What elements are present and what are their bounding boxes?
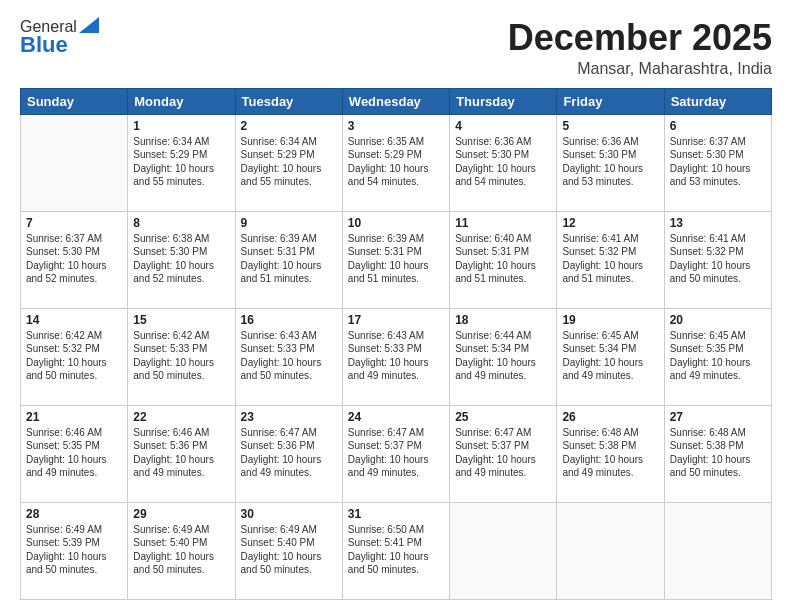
day-info: Sunrise: 6:39 AM Sunset: 5:31 PM Dayligh… — [348, 232, 444, 286]
day-number: 15 — [133, 313, 229, 327]
calendar-cell: 19Sunrise: 6:45 AM Sunset: 5:34 PM Dayli… — [557, 308, 664, 405]
day-info: Sunrise: 6:36 AM Sunset: 5:30 PM Dayligh… — [455, 135, 551, 189]
day-number: 22 — [133, 410, 229, 424]
calendar-cell: 22Sunrise: 6:46 AM Sunset: 5:36 PM Dayli… — [128, 405, 235, 502]
day-number: 11 — [455, 216, 551, 230]
calendar-cell: 8Sunrise: 6:38 AM Sunset: 5:30 PM Daylig… — [128, 211, 235, 308]
calendar-header-tuesday: Tuesday — [235, 88, 342, 114]
calendar-cell: 14Sunrise: 6:42 AM Sunset: 5:32 PM Dayli… — [21, 308, 128, 405]
calendar-cell: 13Sunrise: 6:41 AM Sunset: 5:32 PM Dayli… — [664, 211, 771, 308]
calendar-header-row: SundayMondayTuesdayWednesdayThursdayFrid… — [21, 88, 772, 114]
calendar-cell: 20Sunrise: 6:45 AM Sunset: 5:35 PM Dayli… — [664, 308, 771, 405]
calendar-week-row: 14Sunrise: 6:42 AM Sunset: 5:32 PM Dayli… — [21, 308, 772, 405]
day-number: 12 — [562, 216, 658, 230]
day-info: Sunrise: 6:48 AM Sunset: 5:38 PM Dayligh… — [562, 426, 658, 480]
calendar-week-row: 1Sunrise: 6:34 AM Sunset: 5:29 PM Daylig… — [21, 114, 772, 211]
day-number: 24 — [348, 410, 444, 424]
day-info: Sunrise: 6:35 AM Sunset: 5:29 PM Dayligh… — [348, 135, 444, 189]
day-number: 31 — [348, 507, 444, 521]
calendar-cell: 1Sunrise: 6:34 AM Sunset: 5:29 PM Daylig… — [128, 114, 235, 211]
calendar-cell — [21, 114, 128, 211]
day-info: Sunrise: 6:47 AM Sunset: 5:36 PM Dayligh… — [241, 426, 337, 480]
calendar-cell: 23Sunrise: 6:47 AM Sunset: 5:36 PM Dayli… — [235, 405, 342, 502]
day-number: 23 — [241, 410, 337, 424]
day-info: Sunrise: 6:47 AM Sunset: 5:37 PM Dayligh… — [455, 426, 551, 480]
day-info: Sunrise: 6:40 AM Sunset: 5:31 PM Dayligh… — [455, 232, 551, 286]
day-number: 25 — [455, 410, 551, 424]
day-info: Sunrise: 6:42 AM Sunset: 5:33 PM Dayligh… — [133, 329, 229, 383]
day-info: Sunrise: 6:46 AM Sunset: 5:35 PM Dayligh… — [26, 426, 122, 480]
logo-icon — [79, 17, 99, 33]
calendar-cell: 28Sunrise: 6:49 AM Sunset: 5:39 PM Dayli… — [21, 502, 128, 599]
day-number: 4 — [455, 119, 551, 133]
calendar-cell: 6Sunrise: 6:37 AM Sunset: 5:30 PM Daylig… — [664, 114, 771, 211]
day-info: Sunrise: 6:39 AM Sunset: 5:31 PM Dayligh… — [241, 232, 337, 286]
calendar-cell: 7Sunrise: 6:37 AM Sunset: 5:30 PM Daylig… — [21, 211, 128, 308]
day-number: 16 — [241, 313, 337, 327]
day-info: Sunrise: 6:41 AM Sunset: 5:32 PM Dayligh… — [562, 232, 658, 286]
logo: General Blue — [20, 18, 99, 58]
day-number: 17 — [348, 313, 444, 327]
calendar-cell: 21Sunrise: 6:46 AM Sunset: 5:35 PM Dayli… — [21, 405, 128, 502]
day-info: Sunrise: 6:50 AM Sunset: 5:41 PM Dayligh… — [348, 523, 444, 577]
svg-marker-0 — [79, 17, 99, 33]
day-number: 13 — [670, 216, 766, 230]
day-info: Sunrise: 6:45 AM Sunset: 5:35 PM Dayligh… — [670, 329, 766, 383]
day-info: Sunrise: 6:37 AM Sunset: 5:30 PM Dayligh… — [670, 135, 766, 189]
day-number: 29 — [133, 507, 229, 521]
day-info: Sunrise: 6:43 AM Sunset: 5:33 PM Dayligh… — [241, 329, 337, 383]
calendar-header-thursday: Thursday — [450, 88, 557, 114]
month-title: December 2025 — [508, 18, 772, 58]
day-number: 27 — [670, 410, 766, 424]
calendar-week-row: 7Sunrise: 6:37 AM Sunset: 5:30 PM Daylig… — [21, 211, 772, 308]
header: General Blue December 2025 Mansar, Mahar… — [20, 18, 772, 78]
location: Mansar, Maharashtra, India — [508, 60, 772, 78]
calendar-cell: 26Sunrise: 6:48 AM Sunset: 5:38 PM Dayli… — [557, 405, 664, 502]
calendar-cell: 17Sunrise: 6:43 AM Sunset: 5:33 PM Dayli… — [342, 308, 449, 405]
day-info: Sunrise: 6:47 AM Sunset: 5:37 PM Dayligh… — [348, 426, 444, 480]
calendar-cell — [557, 502, 664, 599]
calendar-cell: 30Sunrise: 6:49 AM Sunset: 5:40 PM Dayli… — [235, 502, 342, 599]
day-info: Sunrise: 6:43 AM Sunset: 5:33 PM Dayligh… — [348, 329, 444, 383]
calendar-cell: 25Sunrise: 6:47 AM Sunset: 5:37 PM Dayli… — [450, 405, 557, 502]
day-info: Sunrise: 6:48 AM Sunset: 5:38 PM Dayligh… — [670, 426, 766, 480]
day-number: 28 — [26, 507, 122, 521]
day-info: Sunrise: 6:42 AM Sunset: 5:32 PM Dayligh… — [26, 329, 122, 383]
calendar-table: SundayMondayTuesdayWednesdayThursdayFrid… — [20, 88, 772, 600]
calendar-cell: 16Sunrise: 6:43 AM Sunset: 5:33 PM Dayli… — [235, 308, 342, 405]
calendar-cell: 3Sunrise: 6:35 AM Sunset: 5:29 PM Daylig… — [342, 114, 449, 211]
day-info: Sunrise: 6:38 AM Sunset: 5:30 PM Dayligh… — [133, 232, 229, 286]
calendar-cell: 31Sunrise: 6:50 AM Sunset: 5:41 PM Dayli… — [342, 502, 449, 599]
title-block: December 2025 Mansar, Maharashtra, India — [508, 18, 772, 78]
day-number: 19 — [562, 313, 658, 327]
calendar-cell: 2Sunrise: 6:34 AM Sunset: 5:29 PM Daylig… — [235, 114, 342, 211]
day-info: Sunrise: 6:45 AM Sunset: 5:34 PM Dayligh… — [562, 329, 658, 383]
day-info: Sunrise: 6:37 AM Sunset: 5:30 PM Dayligh… — [26, 232, 122, 286]
day-info: Sunrise: 6:49 AM Sunset: 5:40 PM Dayligh… — [133, 523, 229, 577]
calendar-header-wednesday: Wednesday — [342, 88, 449, 114]
day-number: 7 — [26, 216, 122, 230]
day-number: 21 — [26, 410, 122, 424]
day-number: 2 — [241, 119, 337, 133]
calendar-cell: 15Sunrise: 6:42 AM Sunset: 5:33 PM Dayli… — [128, 308, 235, 405]
day-number: 18 — [455, 313, 551, 327]
day-info: Sunrise: 6:44 AM Sunset: 5:34 PM Dayligh… — [455, 329, 551, 383]
page: General Blue December 2025 Mansar, Mahar… — [0, 0, 792, 612]
day-number: 20 — [670, 313, 766, 327]
calendar-header-sunday: Sunday — [21, 88, 128, 114]
calendar-header-saturday: Saturday — [664, 88, 771, 114]
calendar-cell: 4Sunrise: 6:36 AM Sunset: 5:30 PM Daylig… — [450, 114, 557, 211]
day-info: Sunrise: 6:36 AM Sunset: 5:30 PM Dayligh… — [562, 135, 658, 189]
calendar-cell — [450, 502, 557, 599]
logo-blue-text: Blue — [20, 32, 68, 58]
day-number: 3 — [348, 119, 444, 133]
day-number: 8 — [133, 216, 229, 230]
day-number: 30 — [241, 507, 337, 521]
calendar-cell — [664, 502, 771, 599]
day-info: Sunrise: 6:49 AM Sunset: 5:40 PM Dayligh… — [241, 523, 337, 577]
calendar-week-row: 21Sunrise: 6:46 AM Sunset: 5:35 PM Dayli… — [21, 405, 772, 502]
calendar-cell: 11Sunrise: 6:40 AM Sunset: 5:31 PM Dayli… — [450, 211, 557, 308]
calendar-cell: 24Sunrise: 6:47 AM Sunset: 5:37 PM Dayli… — [342, 405, 449, 502]
day-info: Sunrise: 6:46 AM Sunset: 5:36 PM Dayligh… — [133, 426, 229, 480]
day-number: 9 — [241, 216, 337, 230]
